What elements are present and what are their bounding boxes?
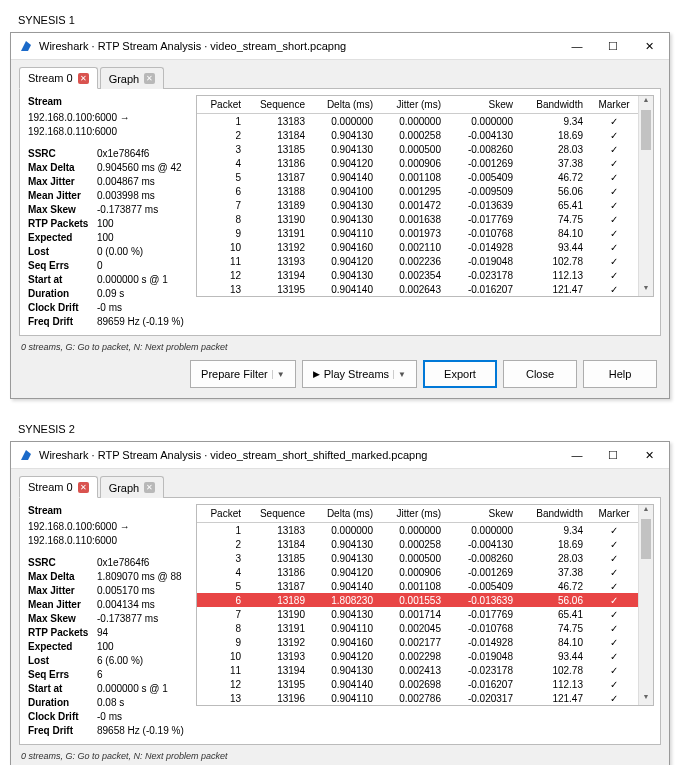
- cell: 0.904130: [309, 142, 377, 156]
- table-row[interactable]: 7 13190 0.904130 0.001714 -0.017769 65.4…: [197, 607, 639, 621]
- table-row[interactable]: 9 13191 0.904110 0.001973 -0.010768 84.1…: [197, 226, 639, 240]
- table-row[interactable]: 2 13184 0.904130 0.000258 -0.004130 18.6…: [197, 537, 639, 551]
- table-row[interactable]: 4 13186 0.904120 0.000906 -0.001269 37.3…: [197, 565, 639, 579]
- prepare-filter-button[interactable]: Prepare Filter ▼: [190, 360, 296, 388]
- maximize-button[interactable]: ☐: [595, 442, 631, 468]
- col-header[interactable]: Packet: [197, 505, 245, 523]
- col-header[interactable]: Jitter (ms): [377, 505, 445, 523]
- table-row[interactable]: 11 13193 0.904120 0.002236 -0.019048 102…: [197, 254, 639, 268]
- maximize-button[interactable]: ☐: [595, 33, 631, 59]
- scroll-up-icon[interactable]: ▲: [639, 505, 653, 517]
- table-row[interactable]: 10 13192 0.904160 0.002110 -0.014928 93.…: [197, 240, 639, 254]
- col-header[interactable]: Marker: [587, 96, 639, 114]
- table-row[interactable]: 6 13188 0.904100 0.001295 -0.009509 56.0…: [197, 184, 639, 198]
- close-dialog-button[interactable]: Close: [503, 360, 577, 388]
- cell: 0.002110: [377, 240, 445, 254]
- stat-value: 0x1e7864f6: [97, 556, 187, 570]
- table-row[interactable]: 4 13186 0.904120 0.000906 -0.001269 37.3…: [197, 156, 639, 170]
- col-header[interactable]: Skew: [445, 505, 517, 523]
- scroll-thumb[interactable]: [641, 519, 651, 559]
- table-row[interactable]: 10 13193 0.904120 0.002298 -0.019048 93.…: [197, 649, 639, 663]
- hint-text: 0 streams, G: Go to packet, N: Next prob…: [21, 751, 661, 761]
- close-icon[interactable]: ✕: [78, 482, 89, 493]
- col-header[interactable]: Bandwidth: [517, 96, 587, 114]
- cell: 93.44: [517, 240, 587, 254]
- close-icon[interactable]: ✕: [144, 482, 155, 493]
- cell: 0.000258: [377, 537, 445, 551]
- stat-key: Max Skew: [28, 612, 97, 626]
- col-header[interactable]: Delta (ms): [309, 505, 377, 523]
- col-header[interactable]: Bandwidth: [517, 505, 587, 523]
- table-row[interactable]: 3 13185 0.904130 0.000500 -0.008260 28.0…: [197, 551, 639, 565]
- stat-key: Max Jitter: [28, 175, 97, 189]
- table-row[interactable]: 1 13183 0.000000 0.000000 0.000000 9.34 …: [197, 114, 639, 129]
- play-streams-button[interactable]: ▶ Play Streams ▼: [302, 360, 417, 388]
- export-button[interactable]: Export: [423, 360, 497, 388]
- table-row[interactable]: 11 13194 0.904130 0.002413 -0.023178 102…: [197, 663, 639, 677]
- tab-stream 0[interactable]: Stream 0 ✕: [19, 476, 98, 498]
- col-header[interactable]: Sequence: [245, 96, 309, 114]
- wireshark-icon: [19, 448, 33, 462]
- table-row[interactable]: 8 13190 0.904130 0.001638 -0.017769 74.7…: [197, 212, 639, 226]
- button-bar: Prepare Filter ▼ ▶ Play Streams ▼ Export…: [19, 352, 661, 390]
- minimize-button[interactable]: —: [559, 442, 595, 468]
- cell: 0.002643: [377, 282, 445, 296]
- scroll-down-icon[interactable]: ▼: [639, 284, 653, 296]
- dropdown-icon[interactable]: ▼: [272, 370, 285, 379]
- button-bar: Prepare Filter ▼ ▶ Play Streams ▼ Export…: [19, 761, 661, 765]
- stat-key: RTP Packets: [28, 626, 97, 640]
- cell: 11: [197, 663, 245, 677]
- window-title: Wireshark · RTP Stream Analysis · video_…: [39, 40, 559, 52]
- stat-key: Seq Errs: [28, 668, 97, 682]
- col-header[interactable]: Jitter (ms): [377, 96, 445, 114]
- tab-graph[interactable]: Graph ✕: [100, 67, 165, 89]
- stat-value: -0.173877 ms: [97, 612, 187, 626]
- table-row[interactable]: 5 13187 0.904140 0.001108 -0.005409 46.7…: [197, 170, 639, 184]
- cell: 13184: [245, 128, 309, 142]
- close-button[interactable]: ✕: [631, 33, 667, 59]
- close-button[interactable]: ✕: [631, 442, 667, 468]
- table-row[interactable]: 13 13196 0.904110 0.002786 -0.020317 121…: [197, 691, 639, 705]
- stat-value: -0 ms: [97, 301, 187, 315]
- stat-value: 0.08 s: [97, 696, 187, 710]
- minimize-button[interactable]: —: [559, 33, 595, 59]
- table-row[interactable]: 5 13187 0.904140 0.001108 -0.005409 46.7…: [197, 579, 639, 593]
- cell: 0.002177: [377, 635, 445, 649]
- vertical-scrollbar[interactable]: ▲ ▼: [638, 505, 653, 705]
- cell: -0.001269: [445, 565, 517, 579]
- stat-value: 0.904560 ms @ 42: [97, 161, 187, 175]
- cell: 13192: [245, 240, 309, 254]
- table-row[interactable]: 1 13183 0.000000 0.000000 0.000000 9.34 …: [197, 523, 639, 538]
- dropdown-icon[interactable]: ▼: [393, 370, 406, 379]
- cell: ✓: [587, 621, 639, 635]
- cell: -0.019048: [445, 254, 517, 268]
- table-row[interactable]: 13 13195 0.904140 0.002643 -0.016207 121…: [197, 282, 639, 296]
- tab-stream 0[interactable]: Stream 0 ✕: [19, 67, 98, 89]
- table-row[interactable]: 2 13184 0.904130 0.000258 -0.004130 18.6…: [197, 128, 639, 142]
- table-row[interactable]: 3 13185 0.904130 0.000500 -0.008260 28.0…: [197, 142, 639, 156]
- table-row[interactable]: 12 13194 0.904130 0.002354 -0.023178 112…: [197, 268, 639, 282]
- cell: 13187: [245, 170, 309, 184]
- scroll-down-icon[interactable]: ▼: [639, 693, 653, 705]
- col-header[interactable]: Marker: [587, 505, 639, 523]
- close-icon[interactable]: ✕: [78, 73, 89, 84]
- cell: ✓: [587, 184, 639, 198]
- table-row[interactable]: 12 13195 0.904140 0.002698 -0.016207 112…: [197, 677, 639, 691]
- scroll-thumb[interactable]: [641, 110, 651, 150]
- tab-graph[interactable]: Graph ✕: [100, 476, 165, 498]
- col-header[interactable]: Skew: [445, 96, 517, 114]
- col-header[interactable]: Sequence: [245, 505, 309, 523]
- vertical-scrollbar[interactable]: ▲ ▼: [638, 96, 653, 296]
- scroll-up-icon[interactable]: ▲: [639, 96, 653, 108]
- table-row[interactable]: 9 13192 0.904160 0.002177 -0.014928 84.1…: [197, 635, 639, 649]
- table-row[interactable]: 8 13191 0.904110 0.002045 -0.010768 74.7…: [197, 621, 639, 635]
- titlebar: Wireshark · RTP Stream Analysis · video_…: [11, 33, 669, 60]
- col-header[interactable]: Packet: [197, 96, 245, 114]
- col-header[interactable]: Delta (ms): [309, 96, 377, 114]
- app-window: Wireshark · RTP Stream Analysis · video_…: [10, 32, 670, 399]
- cell: ✓: [587, 128, 639, 142]
- close-icon[interactable]: ✕: [144, 73, 155, 84]
- help-button[interactable]: Help: [583, 360, 657, 388]
- table-row[interactable]: 6 13189 1.808230 0.001553 -0.013639 56.0…: [197, 593, 639, 607]
- table-row[interactable]: 7 13189 0.904130 0.001472 -0.013639 65.4…: [197, 198, 639, 212]
